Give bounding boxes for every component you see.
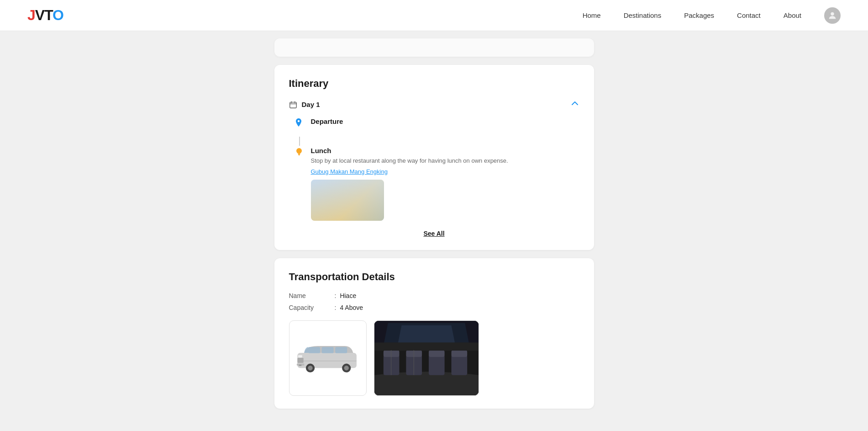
name-label: Name bbox=[289, 292, 335, 299]
svg-rect-19 bbox=[299, 365, 301, 366]
svg-rect-1 bbox=[289, 102, 296, 108]
departure-content: Departure bbox=[311, 117, 579, 128]
name-colon: : bbox=[335, 292, 337, 299]
van-exterior-card bbox=[289, 320, 367, 396]
see-all-button[interactable]: See All bbox=[423, 230, 444, 237]
svg-rect-17 bbox=[298, 355, 302, 357]
nav-destinations[interactable]: Destinations bbox=[624, 11, 662, 19]
chevron-up-icon[interactable] bbox=[570, 99, 579, 110]
svg-rect-18 bbox=[297, 361, 357, 361]
restaurant-link[interactable]: Gubug Makan Mang Engking bbox=[311, 168, 579, 175]
partial-card bbox=[274, 38, 594, 57]
svg-point-6 bbox=[296, 148, 302, 154]
transportation-card: Transportation Details Name : Hiace Capa… bbox=[274, 258, 594, 409]
nav-about[interactable]: About bbox=[784, 11, 801, 19]
capacity-colon: : bbox=[335, 304, 337, 311]
svg-rect-9 bbox=[321, 347, 333, 353]
nav-links: Home Destinations Packages Contact About bbox=[583, 7, 841, 24]
itinerary-title: Itinerary bbox=[289, 78, 579, 90]
svg-rect-21 bbox=[383, 355, 399, 375]
svg-rect-23 bbox=[406, 355, 422, 375]
transport-name-row: Name : Hiace bbox=[289, 292, 579, 299]
svg-rect-22 bbox=[383, 350, 399, 357]
svg-point-15 bbox=[344, 366, 348, 370]
svg-rect-11 bbox=[297, 358, 303, 363]
capacity-label: Capacity bbox=[289, 304, 335, 311]
logo-v: V bbox=[35, 7, 44, 23]
lunch-desc: Stop by at local restaurant along the wa… bbox=[311, 156, 579, 165]
van-interior-svg bbox=[374, 320, 479, 396]
restaurant-image bbox=[311, 180, 384, 221]
transport-images bbox=[289, 320, 579, 396]
user-avatar[interactable] bbox=[824, 7, 841, 24]
logo[interactable]: JVTO bbox=[27, 7, 63, 24]
van-exterior-svg bbox=[294, 337, 362, 378]
svg-rect-26 bbox=[428, 350, 444, 357]
user-icon bbox=[827, 11, 837, 21]
transport-capacity-row: Capacity : 4 Above bbox=[289, 304, 579, 311]
lunch-title: Lunch bbox=[311, 147, 579, 154]
day1-header: Day 1 bbox=[289, 99, 579, 110]
lunch-icon bbox=[295, 147, 305, 157]
lunch-item: Lunch Stop by at local restaurant along … bbox=[295, 147, 579, 221]
departure-title: Departure bbox=[311, 117, 579, 125]
see-all-row: See All bbox=[289, 230, 579, 237]
svg-rect-24 bbox=[406, 350, 422, 357]
navbar: JVTO Home Destinations Packages Contact … bbox=[0, 0, 868, 31]
calendar-icon bbox=[289, 101, 297, 109]
svg-rect-8 bbox=[308, 347, 320, 353]
day1-label: Day 1 bbox=[289, 101, 320, 109]
nav-packages[interactable]: Packages bbox=[684, 11, 714, 19]
logo-t: T bbox=[44, 7, 53, 23]
lunch-content: Lunch Stop by at local restaurant along … bbox=[311, 147, 579, 221]
svg-point-13 bbox=[308, 366, 312, 370]
day1-text: Day 1 bbox=[302, 101, 320, 108]
transportation-title: Transportation Details bbox=[289, 271, 579, 283]
svg-rect-10 bbox=[335, 347, 347, 353]
main-column: Itinerary Day 1 bbox=[274, 38, 594, 417]
svg-rect-32 bbox=[374, 342, 479, 351]
nav-home[interactable]: Home bbox=[583, 11, 601, 19]
departure-item: Departure bbox=[295, 117, 579, 128]
svg-point-5 bbox=[297, 120, 299, 122]
svg-rect-25 bbox=[428, 355, 444, 375]
connector-line bbox=[299, 137, 300, 146]
svg-point-0 bbox=[831, 12, 834, 15]
capacity-value: 4 Above bbox=[340, 304, 363, 311]
departure-icon bbox=[295, 117, 305, 128]
van-interior-card bbox=[374, 320, 479, 396]
name-value: Hiace bbox=[340, 292, 356, 299]
svg-rect-28 bbox=[451, 350, 467, 357]
svg-rect-27 bbox=[451, 355, 467, 375]
page-content: Itinerary Day 1 bbox=[0, 31, 868, 431]
itinerary-card: Itinerary Day 1 bbox=[274, 65, 594, 250]
nav-contact[interactable]: Contact bbox=[737, 11, 761, 19]
logo-j: J bbox=[27, 7, 35, 23]
logo-o: O bbox=[53, 7, 63, 23]
itinerary-items: Departure Lunch Stop by at lo bbox=[289, 117, 579, 221]
